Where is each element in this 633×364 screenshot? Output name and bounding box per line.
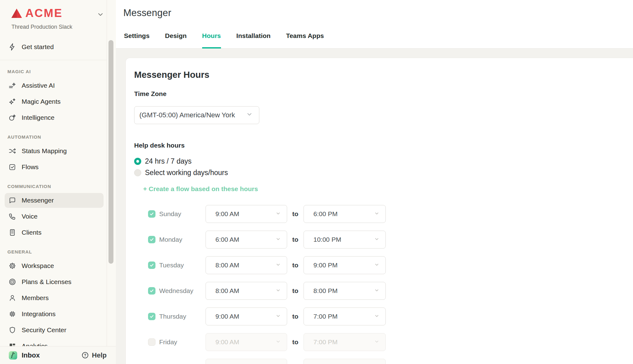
sidebar-item-intelligence[interactable]: Intelligence xyxy=(0,110,116,126)
target-icon xyxy=(8,278,16,286)
chevron-down-icon xyxy=(374,313,380,320)
main-area: Messenger Settings Design Hours Installa… xyxy=(116,0,633,364)
building-icon xyxy=(8,228,16,236)
radio-button[interactable] xyxy=(134,158,141,165)
day-checkbox[interactable] xyxy=(148,210,155,218)
sidebar-border xyxy=(107,0,107,364)
sidebar-item-get-started[interactable]: Get started xyxy=(0,39,116,55)
svg-text:?: ? xyxy=(84,353,86,358)
tab-settings[interactable]: Settings xyxy=(124,32,150,48)
sidebar-item-integrations[interactable]: Integrations xyxy=(0,306,116,322)
section-header-general: GENERAL xyxy=(0,247,116,256)
to-label: to xyxy=(287,313,304,320)
card-heading: Messenger Hours xyxy=(134,70,621,80)
day-checkbox[interactable] xyxy=(148,313,155,320)
phone-icon xyxy=(8,212,16,220)
radio-option-24-7[interactable]: 24 hrs / 7 days xyxy=(134,156,621,166)
to-label: to xyxy=(287,287,304,295)
timezone-value: (GMT-05:00) America/New York xyxy=(139,111,235,119)
start-time-select[interactable]: 9:00 AM xyxy=(206,205,287,223)
end-time-select[interactable]: 10:00 PM xyxy=(304,231,386,249)
tab-installation[interactable]: Installation xyxy=(236,32,271,48)
tab-hours[interactable]: Hours xyxy=(202,32,221,48)
end-time-select[interactable]: 6:00 PM xyxy=(304,205,386,223)
sidebar-item-workspace[interactable]: Workspace xyxy=(0,258,116,274)
sidebar-item-flows[interactable]: Flows xyxy=(0,159,116,175)
start-time-select[interactable]: 9:00 AM xyxy=(206,308,287,325)
sidebar-item-label: Flows xyxy=(22,163,39,171)
end-time-select[interactable]: 7:00 PM xyxy=(304,333,386,351)
day-checkbox[interactable] xyxy=(148,287,155,295)
start-time-value: 9:00 AM xyxy=(215,338,239,346)
end-time-value: 8:00 PM xyxy=(313,287,338,295)
tab-teams-apps[interactable]: Teams Apps xyxy=(286,32,324,48)
end-time-value: 7:00 PM xyxy=(313,313,338,320)
start-time-select[interactable]: 9:00 AM xyxy=(206,333,287,351)
sidebar-item-label: Messenger xyxy=(22,197,54,204)
sidebar-item-assistive-ai[interactable]: Assistive AI xyxy=(0,77,116,94)
chevron-down-icon[interactable] xyxy=(97,10,104,19)
page-title: Messenger xyxy=(116,0,633,19)
day-row-tuesday: Tuesday 8:00 AM to 9:00 PM xyxy=(148,256,621,274)
radio-label: Select working days/hours xyxy=(145,169,228,177)
sidebar-item-plans-licenses[interactable]: Plans & Licenses xyxy=(0,274,116,290)
timezone-select[interactable]: (GMT-05:00) America/New York xyxy=(134,106,259,124)
working-days-list: Sunday 9:00 AM to 6:00 PM Monday 6:00 AM… xyxy=(134,205,621,364)
start-time-value: 8:00 AM xyxy=(215,287,239,295)
sidebar-item-label: Get started xyxy=(22,43,54,51)
tab-design[interactable]: Design xyxy=(165,32,187,48)
to-label: to xyxy=(287,236,304,243)
sidebar-item-label: Status Mapping xyxy=(22,147,67,155)
sidebar-item-clients[interactable]: Clients xyxy=(0,224,116,241)
day-checkbox[interactable] xyxy=(148,261,155,269)
inbox-button[interactable]: Inbox xyxy=(8,351,40,360)
sidebar-item-voice[interactable]: Voice xyxy=(0,208,116,224)
chevron-down-icon xyxy=(275,210,281,218)
sidebar-item-label: Clients xyxy=(22,229,41,236)
end-time-select[interactable]: 9:00 PM xyxy=(304,256,386,274)
sidebar-item-security-center[interactable]: Security Center xyxy=(0,322,116,338)
end-time-select[interactable]: 9:00 PM xyxy=(304,359,386,364)
start-time-select[interactable]: 8:00 AM xyxy=(206,256,287,274)
sidebar-item-magic-agents[interactable]: Magic Agents xyxy=(0,94,116,110)
day-checkbox[interactable] xyxy=(148,338,155,346)
sidebar-item-status-mapping[interactable]: Status Mapping xyxy=(0,143,116,159)
to-label: to xyxy=(287,338,304,346)
sidebar-item-messenger[interactable]: Messenger xyxy=(0,192,116,208)
sidebar-item-label: Intelligence xyxy=(22,114,54,121)
sidebar-scrollbar[interactable] xyxy=(108,40,113,264)
end-time-value: 6:00 PM xyxy=(313,210,338,218)
chevron-down-icon xyxy=(374,261,380,269)
sidebar-item-label: Members xyxy=(22,294,49,302)
start-time-select[interactable]: 9:00 AM xyxy=(206,359,287,364)
start-time-select[interactable]: 6:00 AM xyxy=(206,231,287,249)
shield-icon xyxy=(8,326,16,334)
day-label: Tuesday xyxy=(159,261,206,269)
chevron-down-icon xyxy=(275,287,281,295)
chevron-down-icon xyxy=(275,261,281,269)
create-flow-link[interactable]: + Create a flow based on these hours xyxy=(143,185,258,193)
radio-label: 24 hrs / 7 days xyxy=(145,157,192,165)
sidebar-item-label: Plans & Licenses xyxy=(22,278,71,286)
radio-option-working-hours[interactable]: Select working days/hours xyxy=(134,168,621,178)
day-row-sunday: Sunday 9:00 AM to 6:00 PM xyxy=(148,205,621,223)
help-button[interactable]: ? Help xyxy=(81,351,107,359)
sidebar: ACME Thread Production Slack Get started… xyxy=(0,0,116,364)
day-checkbox[interactable] xyxy=(148,236,155,243)
chevron-down-icon xyxy=(374,338,380,346)
section-header-magic-ai: MAGIC AI xyxy=(0,67,116,76)
chip-icon xyxy=(8,310,16,318)
chevron-down-icon xyxy=(374,236,380,244)
intelligence-icon xyxy=(8,114,16,122)
timezone-label: Time Zone xyxy=(134,90,621,98)
main-header: Messenger Settings Design Hours Installa… xyxy=(116,0,633,48)
sidebar-item-members[interactable]: Members xyxy=(0,290,116,306)
assistive-ai-icon xyxy=(8,82,16,90)
end-time-select[interactable]: 8:00 PM xyxy=(304,282,386,300)
day-row-monday: Monday 6:00 AM to 10:00 PM xyxy=(148,231,621,249)
messenger-hours-card: Messenger Hours Time Zone (GMT-05:00) Am… xyxy=(125,58,633,364)
workspace-switcher[interactable]: ACME Thread Production Slack xyxy=(0,0,116,34)
end-time-select[interactable]: 7:00 PM xyxy=(304,308,386,325)
radio-button[interactable] xyxy=(134,169,141,176)
start-time-select[interactable]: 8:00 AM xyxy=(206,282,287,300)
